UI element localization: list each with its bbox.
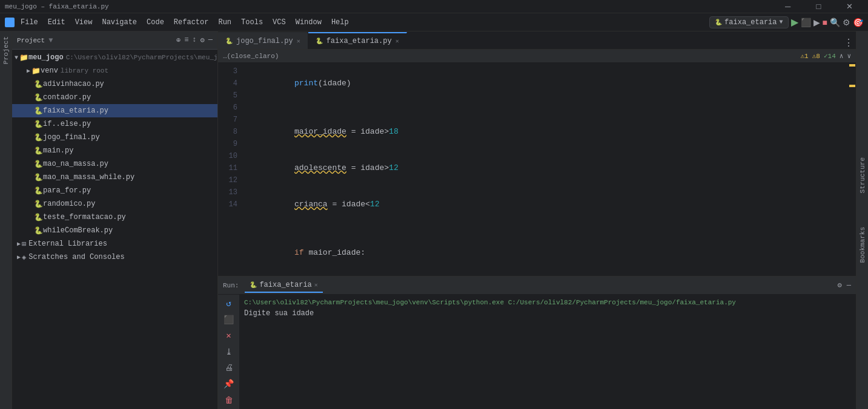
file-contador: contador.py (43, 93, 91, 102)
file-while: whileComBreak.py (43, 226, 113, 235)
menu-navigate[interactable]: Navigate (98, 17, 141, 28)
pin-button[interactable]: 📌 (222, 378, 236, 391)
run-with-coverage-button[interactable]: ▶ (813, 18, 820, 27)
tree-file-mao[interactable]: 🐍 mao_na_massa.py (12, 157, 217, 171)
run-header: Run: 🐍 faixa_etaria ✕ ⚙ — (218, 276, 856, 295)
project-header: Project ▼ ⊕ ≡ ↕ ⚙ — (12, 31, 217, 50)
run-config-selector[interactable]: 🐍 faixa_etaria ▼ (709, 16, 788, 28)
stop-button[interactable]: ■ (823, 18, 827, 27)
external-libraries-label: External Libraries (28, 240, 107, 248)
venv-folder-icon: 📁 (31, 67, 41, 76)
menu-window[interactable]: Window (292, 17, 325, 28)
scratch-icon: ◈ (22, 253, 26, 262)
tab-faixa[interactable]: 🐍 faixa_etaria.py ✕ (308, 32, 407, 49)
nav-down-icon[interactable]: ∨ (847, 52, 851, 60)
tree-file-ifelse[interactable]: 🐍 if..else.py (12, 117, 217, 131)
run-tab-close[interactable]: ✕ (314, 281, 318, 289)
extlib-icon: ⊞ (22, 240, 26, 249)
run-tab-faixa[interactable]: 🐍 faixa_etaria ✕ (245, 278, 322, 293)
tree-root[interactable]: ▼ 📁 meu_jogo C:\Users\olivl82\PycharmPro… (12, 51, 217, 64)
add-module-icon[interactable]: ⊕ (176, 36, 181, 45)
root-expand-icon: ▼ (15, 54, 18, 61)
settings-tree-icon[interactable]: ⚙ (200, 36, 205, 45)
tab-settings-area: ⋮ (841, 37, 856, 49)
code-line-3: print(idade) (242, 65, 849, 102)
ln-14: 14 (218, 198, 237, 211)
warning-8[interactable]: ⚠8 (812, 52, 820, 60)
tree-file-faixa[interactable]: 🐍 faixa_etaria.py (12, 104, 217, 117)
run-button[interactable]: ▶ (791, 16, 798, 28)
scroll-end-button[interactable]: ⤓ (222, 345, 236, 358)
project-dropdown-icon[interactable]: ▼ (48, 36, 53, 45)
py-icon-6: 🐍 (34, 146, 43, 155)
run-minimize-icon[interactable]: — (847, 281, 851, 290)
ln-10: 10 (218, 150, 237, 162)
menu-edit[interactable]: Edit (44, 17, 69, 28)
tree-venv[interactable]: ▶ 📁 venv library root (12, 64, 217, 77)
check-14[interactable]: ✓14 (824, 52, 836, 60)
minimize-button[interactable]: ─ (774, 2, 801, 11)
vertical-tabs-left: Project (0, 31, 12, 409)
extlib-expand-icon: ▶ (17, 240, 21, 247)
menu-file[interactable]: File (17, 17, 42, 28)
tab-jogo-icon: 🐍 (225, 38, 233, 45)
menu-vcs[interactable]: VCS (269, 17, 290, 28)
structure-vertical-tab[interactable]: Structure (858, 152, 867, 198)
menu-code[interactable]: Code (143, 17, 168, 28)
debug-button[interactable]: ⬛ (801, 18, 811, 27)
stop-run-button[interactable]: ⬛ (222, 313, 236, 326)
kill-run-button[interactable]: ✕ (222, 329, 236, 342)
tab-jogo-close[interactable]: ✕ (297, 38, 300, 45)
project-vertical-tab[interactable]: Project (1, 31, 11, 69)
tree-external-libs[interactable]: ▶ ⊞ External Libraries (12, 237, 217, 250)
menu-tools[interactable]: Tools (237, 17, 267, 28)
tree-file-main[interactable]: 🐍 main.py (12, 144, 217, 157)
gutter-warning-1 (849, 64, 855, 67)
tab-jogo-final[interactable]: 🐍 jogo_final.py ✕ (218, 32, 308, 49)
code-line-5: maior_idade = idade>18 (242, 114, 849, 150)
tree-file-mao-while[interactable]: 🐍 mao_na_massa_while.py (12, 171, 217, 184)
maximize-button[interactable]: □ (805, 2, 832, 11)
file-teste: teste_formatacao.py (43, 213, 126, 221)
tree-file-teste[interactable]: 🐍 teste_formatacao.py (12, 211, 217, 224)
tree-file-contador[interactable]: 🐍 contador.py (12, 91, 217, 104)
root-folder-icon: 📁 (19, 53, 28, 62)
ln-6: 6 (218, 102, 237, 114)
warning-1[interactable]: ⚠1 (800, 52, 808, 60)
tree-file-while[interactable]: 🐍 whileComBreak.py (12, 224, 217, 237)
collapse-all-icon[interactable]: ≡ (184, 36, 188, 45)
menu-refactor[interactable]: Refactor (170, 17, 213, 28)
ln-5: 5 (218, 90, 237, 102)
rerun-button[interactable]: ↺ (222, 297, 236, 310)
code-content[interactable]: print(idade) maior_idade = idade>18 adol… (242, 63, 849, 276)
py-icon-3: 🐍 (34, 106, 43, 116)
tree-file-para[interactable]: 🐍 para_for.py (12, 184, 217, 197)
code-line-4 (242, 102, 849, 114)
search-button[interactable]: 🔍 (830, 18, 840, 27)
tab-faixa-close[interactable]: ✕ (396, 38, 399, 45)
editor-warnings: ⚠1 ⚠8 ✓14 ∧ ∨ (800, 52, 851, 60)
menu-help[interactable]: Help (328, 17, 353, 28)
tree-scratches[interactable]: ▶ ◈ Scratches and Consoles (12, 250, 217, 264)
titlebar-right: ─ □ ✕ (774, 2, 863, 11)
run-settings-icon[interactable]: ⚙ (838, 281, 842, 290)
close-run-button[interactable]: 🗑 (222, 394, 236, 407)
run-config-icon: 🐍 (715, 19, 722, 26)
tab-list-icon[interactable]: ⋮ (844, 37, 853, 49)
nav-up-icon[interactable]: ∧ (840, 52, 844, 60)
target-button[interactable]: 🎯 (853, 18, 863, 27)
close-button[interactable]: ✕ (836, 2, 863, 11)
file-main: main.py (43, 146, 73, 155)
menu-run[interactable]: Run (214, 17, 235, 28)
print-button[interactable]: 🖨 (222, 362, 236, 375)
sort-icon[interactable]: ↕ (192, 36, 196, 45)
tree-file-jogo[interactable]: 🐍 jogo_final.py (12, 131, 217, 144)
bookmarks-vertical-tab[interactable]: Bookmarks (858, 222, 867, 267)
code-line-8 (242, 223, 849, 235)
tree-file-rand[interactable]: 🐍 randomico.py (12, 197, 217, 211)
menu-view[interactable]: View (71, 17, 96, 28)
minimize-panel-icon[interactable]: — (208, 36, 213, 45)
tree-file-adivinhacao[interactable]: 🐍 adivinhacao.py (12, 77, 217, 91)
py-icon: 🐍 (34, 80, 43, 89)
settings-button[interactable]: ⚙ (843, 18, 850, 27)
